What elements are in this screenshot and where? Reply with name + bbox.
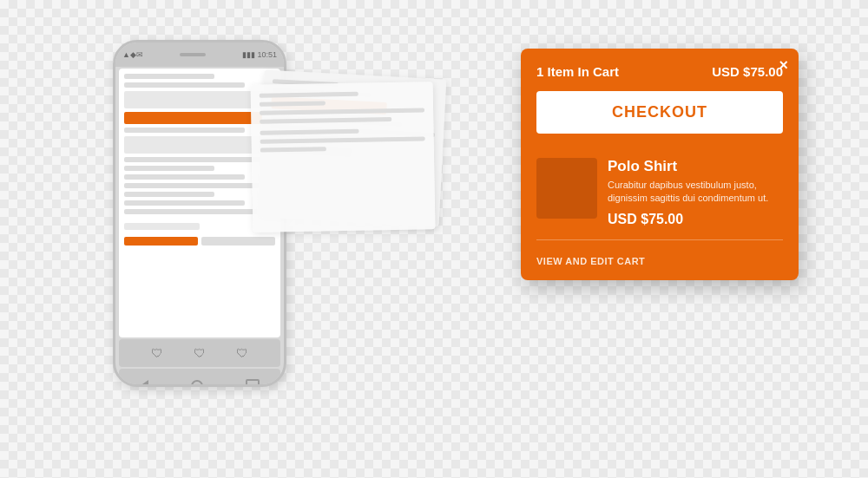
paper-row	[260, 101, 326, 106]
phone-btn-checkout	[124, 237, 198, 246]
cart-total-price: USD $75.00	[712, 64, 783, 79]
phone-status-bar: ▲◆✉ ▮▮▮ 10:51	[115, 43, 284, 67]
paper-row	[260, 136, 425, 143]
phone-back-btn	[140, 380, 148, 387]
phone-recents-btn	[246, 379, 260, 387]
phone-shield-2: 🛡	[194, 346, 206, 360]
paper-row	[260, 147, 326, 152]
item-name: Polo Shirt	[608, 158, 783, 175]
phone-ui-row	[124, 200, 245, 206]
item-image	[536, 158, 597, 219]
phone-promo-row	[124, 223, 200, 230]
paper-row	[260, 91, 358, 97]
phone-shield-1: 🛡	[151, 346, 163, 360]
phone-nav-bar	[119, 369, 280, 387]
panel-header: 1 Item In Cart USD $75.00	[521, 49, 799, 91]
phone-btn-paypal	[201, 237, 275, 246]
view-edit-cart-link[interactable]: VIEW AND EDIT CART	[536, 256, 645, 266]
phone-shield-3: 🛡	[236, 346, 248, 360]
checkout-button[interactable]: CHECKOUT	[536, 91, 783, 134]
phone-ui-row	[124, 166, 214, 171]
checkout-button-container: CHECKOUT	[521, 91, 799, 146]
phone-ui-row	[124, 82, 245, 88]
scene: ▲◆✉ ▮▮▮ 10:51	[43, 23, 825, 456]
checkout-panel: × 1 Item In Cart USD $75.00 CHECKOUT Pol…	[521, 49, 799, 281]
phone-home-btn	[191, 380, 203, 387]
item-price: USD $75.00	[608, 212, 783, 227]
item-description: Curabitur dapibus vestibulum justo, dign…	[608, 179, 783, 206]
phone-ui-row	[124, 74, 214, 79]
cart-item: Polo Shirt Curabitur dapibus vestibulum …	[521, 146, 799, 240]
floating-card-front	[251, 82, 436, 232]
cart-summary-text: 1 Item In Cart	[536, 64, 619, 79]
phone-shield-icons: 🛡 🛡 🛡	[119, 339, 280, 367]
phone-speaker	[180, 53, 206, 56]
phone-ui-row	[124, 174, 245, 180]
phone-action-rows	[124, 237, 275, 246]
paper-row	[260, 108, 424, 115]
phone-ui-row	[124, 128, 245, 133]
item-details: Polo Shirt Curabitur dapibus vestibulum …	[608, 158, 783, 228]
paper-row	[260, 117, 391, 124]
panel-footer: VIEW AND EDIT CART	[521, 240, 799, 280]
phone-ui-row	[124, 192, 214, 197]
close-button[interactable]: ×	[779, 57, 788, 73]
paper-row	[260, 128, 358, 134]
